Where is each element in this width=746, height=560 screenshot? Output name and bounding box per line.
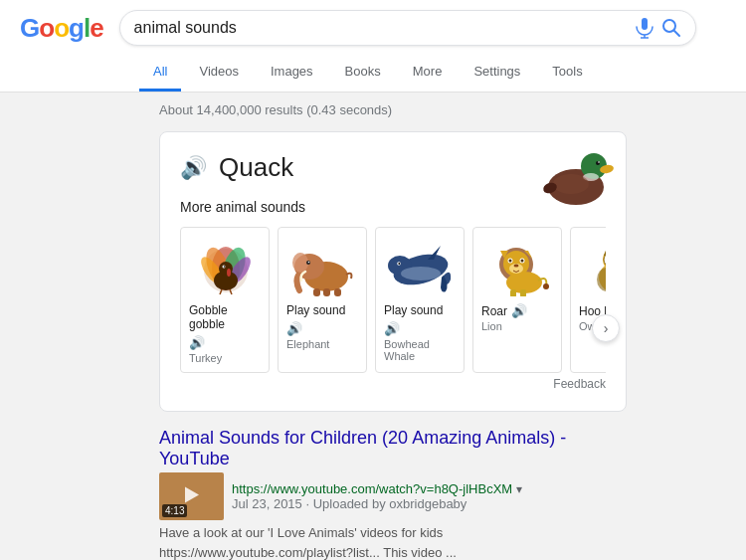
animal-card-turkey[interactable]: Gobble gobble 🔊 Turkey	[180, 227, 270, 373]
elephant-sound-btn[interactable]: 🔊	[286, 321, 302, 336]
duck-title: Quack	[219, 152, 293, 183]
svg-rect-31	[313, 288, 320, 296]
video-duration: 4:13	[162, 504, 187, 517]
elephant-sub: Elephant	[286, 338, 358, 350]
svg-point-52	[543, 283, 549, 289]
results-area: About 14,400,000 results (0.43 seconds)	[0, 93, 746, 560]
whale-sub: Bowhead Whale	[384, 338, 456, 362]
logo-g2: g	[69, 13, 84, 44]
svg-point-21	[227, 269, 231, 277]
turkey-sound-btn[interactable]: 🔊	[189, 335, 205, 350]
play-triangle	[185, 486, 199, 502]
animal-card-elephant[interactable]: Play sound 🔊 Elephant	[278, 227, 367, 373]
tab-all[interactable]: All	[139, 54, 181, 92]
result-snippet-youtube: Have a look at our 'I Love Animals' vide…	[159, 523, 627, 560]
search-result-youtube: Animal Sounds for Children (20 Amazing A…	[159, 428, 627, 560]
duck-image	[536, 142, 616, 212]
search-button[interactable]	[661, 18, 681, 38]
result-uploader: Jul 23, 2015 · Uploaded by oxbridgebaby	[232, 496, 522, 511]
svg-point-23	[224, 266, 226, 268]
url-dropdown[interactable]: ▾	[516, 482, 522, 496]
svg-rect-51	[520, 289, 526, 296]
nav-tools[interactable]: Tools	[538, 54, 596, 92]
search-input[interactable]: animal sounds	[134, 19, 628, 37]
search-bar: animal sounds	[119, 10, 696, 46]
svg-rect-33	[334, 288, 341, 296]
header: Google animal sounds A	[0, 0, 746, 93]
animal-grid: Gobble gobble 🔊 Turkey	[180, 227, 606, 373]
header-top: Google animal sounds	[20, 10, 726, 54]
google-logo: Google	[20, 13, 103, 44]
owl-image	[579, 238, 606, 297]
result-url: https://www.youtube.com/watch?v=h8Q-jlHB…	[232, 481, 522, 496]
turkey-image	[189, 238, 263, 297]
tab-more[interactable]: More	[399, 54, 457, 92]
logo-e: e	[90, 13, 102, 44]
logo-o1: o	[39, 13, 54, 44]
svg-point-28	[292, 253, 308, 273]
lion-sound-btn[interactable]: 🔊	[511, 303, 527, 318]
next-arrow[interactable]: ›	[592, 314, 620, 342]
elephant-label: Play sound 🔊	[286, 303, 358, 336]
animal-card-owl[interactable]: Hoo hoo 🔊 Owl	[570, 227, 606, 373]
turkey-label: Gobble gobble 🔊	[189, 303, 261, 350]
tab-videos[interactable]: Videos	[185, 54, 253, 92]
animal-card-lion[interactable]: Roar 🔊 Lion	[472, 227, 562, 373]
turkey-sub: Turkey	[189, 352, 261, 364]
duck-sound-icon[interactable]: 🔊	[180, 155, 207, 181]
svg-point-30	[307, 262, 309, 264]
whale-label: Play sound 🔊	[384, 303, 456, 336]
logo-o2: o	[54, 13, 69, 44]
whale-image	[384, 238, 458, 297]
result-meta-youtube: 4:13 https://www.youtube.com/watch?v=h8Q…	[159, 472, 627, 520]
nav-right: Settings Tools	[460, 54, 596, 92]
result-title-youtube: Animal Sounds for Children (20 Amazing A…	[159, 428, 627, 469]
logo-g: G	[20, 13, 39, 44]
result-link-youtube[interactable]: Animal Sounds for Children (20 Amazing A…	[159, 428, 566, 468]
svg-point-45	[513, 265, 518, 268]
tab-books[interactable]: Books	[331, 54, 395, 92]
svg-point-48	[508, 260, 511, 263]
svg-point-36	[401, 267, 441, 280]
result-thumb-youtube: 4:13	[159, 472, 224, 520]
svg-rect-32	[323, 288, 330, 296]
animal-card-whale[interactable]: Play sound 🔊 Bowhead Whale	[375, 227, 465, 373]
nav-settings[interactable]: Settings	[460, 54, 534, 92]
svg-point-49	[520, 260, 523, 263]
duck-card: 🔊 Quack More animal sounds	[159, 131, 627, 412]
tab-images[interactable]: Images	[257, 54, 327, 92]
svg-point-12	[598, 161, 600, 163]
svg-point-38	[398, 263, 400, 265]
elephant-image	[286, 238, 360, 297]
lion-label: Roar 🔊	[481, 303, 553, 318]
feedback-link[interactable]: Feedback	[180, 377, 606, 391]
whale-sound-btn[interactable]: 🔊	[384, 321, 400, 336]
results-count: About 14,400,000 results (0.43 seconds)	[159, 102, 726, 117]
svg-line-4	[674, 31, 679, 36]
svg-point-54	[597, 268, 607, 291]
lion-image	[481, 238, 555, 297]
svg-rect-50	[510, 289, 516, 296]
nav-tabs: All Videos Images Books More Settings To…	[139, 54, 597, 92]
svg-rect-0	[642, 18, 648, 30]
lion-sub: Lion	[481, 320, 553, 332]
mic-icon[interactable]	[636, 17, 653, 39]
animal-cards-wrapper: Gobble gobble 🔊 Turkey	[180, 227, 606, 373]
result-url-block: https://www.youtube.com/watch?v=h8Q-jlHB…	[232, 481, 522, 511]
svg-point-3	[663, 20, 675, 32]
svg-point-9	[553, 174, 589, 194]
